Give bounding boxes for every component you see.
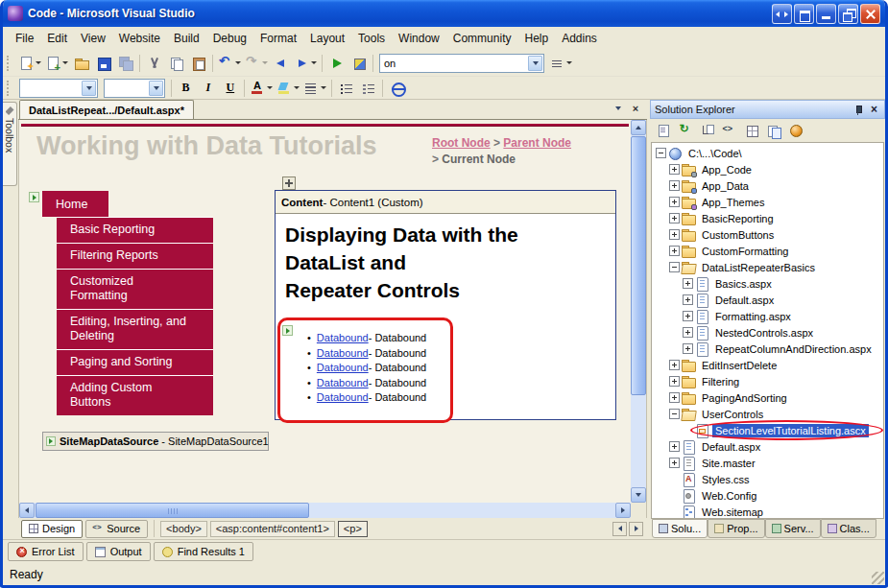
scroll-down-icon[interactable] — [631, 487, 646, 503]
active-files-dropdown-icon[interactable] — [612, 102, 625, 115]
aspnet-configuration-button[interactable] — [785, 121, 805, 140]
databound-link[interactable]: Databound — [317, 346, 369, 362]
tab-source[interactable]: Source — [85, 520, 148, 538]
menu-community[interactable]: Community — [446, 29, 518, 48]
tree-item-filtering[interactable]: Filtering — [652, 373, 883, 389]
tree-item-formatting-aspx[interactable]: Formatting.aspx — [652, 308, 883, 324]
view-designer-button[interactable] — [741, 121, 761, 140]
tree-item-app-themes[interactable]: App_Themes — [652, 194, 883, 210]
highlight-dropdown-icon[interactable] — [294, 86, 300, 89]
tree-item-pagingandsorting[interactable]: PagingAndSorting — [652, 389, 883, 406]
tree-item-editinsertdelete[interactable]: EditInsertDelete — [652, 357, 883, 373]
font-color-dropdown-icon[interactable] — [267, 86, 273, 89]
databound-link[interactable]: Databound — [317, 376, 369, 391]
tree-item-datalistrepeaterbasics[interactable]: DataListRepeaterBasics — [652, 259, 883, 275]
tag-scroll-left-icon[interactable] — [612, 522, 627, 536]
hyperlink-button[interactable] — [386, 77, 408, 100]
panel-tab-error-list[interactable]: Error List — [8, 542, 84, 561]
expand-icon[interactable] — [683, 327, 693, 338]
paste-button[interactable] — [187, 52, 209, 75]
tree-item-customformatting[interactable]: CustomFormatting — [652, 243, 883, 259]
expand-icon[interactable] — [669, 246, 680, 256]
menu-debug[interactable]: Debug — [206, 29, 253, 48]
expand-icon[interactable] — [669, 360, 680, 370]
bold-button[interactable] — [175, 77, 197, 100]
smart-tag-arrow-icon[interactable] — [29, 192, 39, 202]
tree-item-default-aspx[interactable]: Default.aspx — [652, 438, 883, 455]
format-combo-dropdown-icon[interactable] — [149, 81, 163, 96]
panel-tab-solu[interactable]: Solu... — [652, 519, 708, 538]
menu-tools[interactable]: Tools — [351, 29, 392, 48]
underline-button[interactable] — [219, 77, 241, 100]
tree-item-custombuttons[interactable]: CustomButtons — [652, 226, 883, 243]
databound-link[interactable]: Databound — [317, 390, 369, 406]
collapse-icon[interactable] — [669, 262, 680, 272]
nav-item-basic-reporting[interactable]: Basic Reporting — [57, 217, 213, 243]
expand-icon[interactable] — [669, 376, 680, 387]
font-color-button[interactable] — [248, 77, 275, 100]
nav-item-paging-and-sorting[interactable]: Paging and Sorting — [57, 349, 213, 375]
databound-link[interactable]: Databound — [317, 331, 369, 346]
solution-explorer-titlebar[interactable]: Solution Explorer × — [650, 100, 885, 119]
menu-layout[interactable]: Layout — [303, 29, 351, 48]
design-surface[interactable]: Working with Data Tutorials Root Node > … — [18, 120, 647, 518]
pane-window-button[interactable] — [794, 4, 814, 24]
close-panel-icon[interactable]: × — [868, 104, 880, 116]
nav-item-filtering-reports[interactable]: Filtering Reports — [57, 243, 213, 269]
document-tab[interactable]: DataListRepeat.../Default.aspx* — [19, 100, 194, 119]
style-combo-dropdown-icon[interactable] — [82, 81, 96, 96]
style-combo[interactable] — [19, 79, 98, 98]
menu-website[interactable]: Website — [112, 29, 167, 48]
tree-item-web-sitemap[interactable]: Web.sitemap — [652, 504, 883, 519]
breadcrumb-link[interactable]: Root Node — [432, 136, 491, 150]
tree-item-app-data[interactable]: App_Data — [652, 177, 883, 194]
new-website-dropdown-icon[interactable] — [36, 61, 41, 64]
nav-item-customized-formatting[interactable]: Customized Formatting — [57, 269, 213, 309]
panel-tab-clas[interactable]: Clas... — [821, 519, 876, 538]
resize-grip[interactable] — [872, 572, 884, 584]
expand-icon[interactable] — [683, 278, 693, 289]
toolbox-tab[interactable]: Toolbox — [3, 102, 17, 186]
numbering-button[interactable] — [357, 77, 379, 100]
expand-icon[interactable] — [669, 164, 680, 175]
redo-button[interactable] — [243, 52, 270, 75]
tag-scroll-right-icon[interactable] — [629, 522, 643, 536]
expand-icon[interactable] — [669, 213, 680, 223]
sitemapdatasource-control[interactable]: SiteMapDataSource - SiteMapDataSource1 — [42, 432, 269, 451]
close-button[interactable] — [860, 4, 880, 24]
toolbar-options-dropdown-icon[interactable] — [566, 61, 572, 64]
tag-nav-item-2[interactable]: <p> — [338, 521, 368, 537]
vertical-scrollbar[interactable] — [631, 120, 646, 503]
tree-item-web-config[interactable]: Web.Config — [652, 487, 883, 504]
titlebar[interactable]: Code - Microsoft Visual Studio — [3, 0, 885, 27]
menu-build[interactable]: Build — [167, 29, 206, 48]
restore-button[interactable] — [838, 4, 858, 24]
vertical-scroll-thumb[interactable] — [631, 136, 646, 395]
tree-item-sectionleveltutoriallisting-ascx[interactable]: SectionLevelTutorialListing.ascx — [652, 422, 883, 438]
tree-item-repeatcolumnanddirection-aspx[interactable]: RepeatColumnAndDirection.aspx — [652, 341, 883, 357]
highlight-button[interactable] — [275, 77, 301, 100]
menu-file[interactable]: File — [9, 29, 40, 48]
scroll-up-icon[interactable] — [631, 120, 646, 135]
horizontal-scroll-thumb[interactable] — [36, 503, 309, 518]
expand-icon[interactable] — [669, 392, 680, 403]
navigate-back-button[interactable] — [270, 52, 292, 75]
expand-icon[interactable] — [669, 180, 680, 191]
menu-view[interactable]: View — [74, 29, 112, 48]
menu-format[interactable]: Format — [253, 29, 303, 48]
minimize-button[interactable] — [816, 4, 836, 24]
scroll-right-icon[interactable] — [615, 503, 631, 518]
tree-item-usercontrols[interactable]: UserControls — [652, 406, 883, 422]
nav-item-home[interactable]: Home — [42, 191, 108, 217]
italic-button[interactable] — [197, 77, 219, 100]
target-combo-dropdown-icon[interactable] — [528, 56, 542, 71]
horizontal-scrollbar[interactable] — [19, 503, 631, 518]
expand-icon[interactable] — [683, 343, 693, 354]
undo-button[interactable] — [216, 52, 243, 75]
copy-button[interactable] — [165, 52, 187, 75]
tag-nav-item-0[interactable]: <body> — [160, 521, 207, 537]
panel-tab-output[interactable]: Output — [86, 542, 151, 561]
tree-item-basicreporting[interactable]: BasicReporting — [652, 210, 883, 226]
menu-edit[interactable]: Edit — [40, 29, 74, 48]
new-website-button[interactable] — [16, 52, 43, 75]
